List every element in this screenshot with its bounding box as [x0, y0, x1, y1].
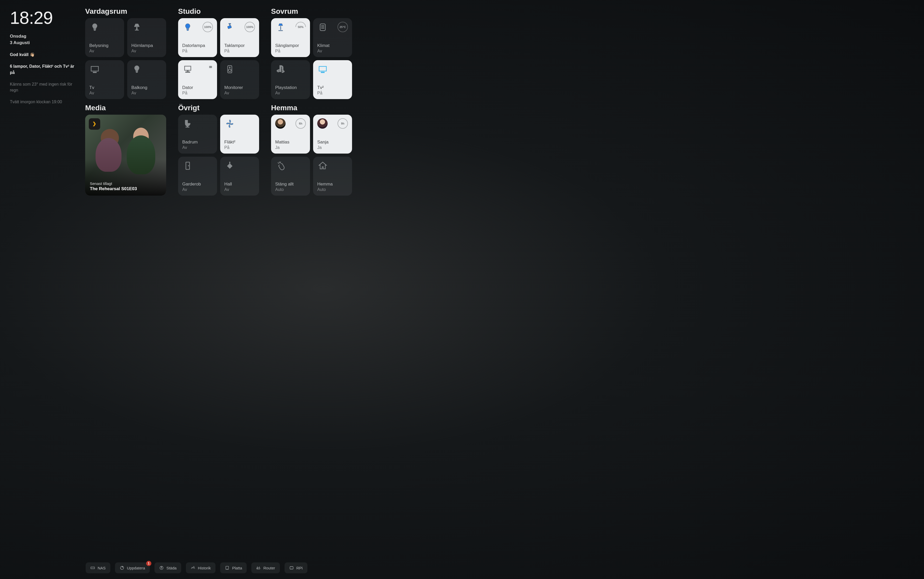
- tile-hemma-auto[interactable]: HemmaAuto: [313, 157, 352, 196]
- tile-dator[interactable]: DatorPå: [178, 60, 217, 99]
- clap-icon: [276, 161, 286, 170]
- section-media: Media Senast tillagt The Rehearsal S01E0…: [85, 104, 166, 196]
- chip-router[interactable]: Router: [251, 563, 280, 573]
- avatar: [317, 118, 328, 129]
- sidebar: 18:29 Onsdag 3 Augusti God kväll 👋🏼 6 la…: [10, 7, 77, 573]
- tile-tv2[interactable]: Tv²På: [313, 60, 352, 99]
- brightness-ring: 50%: [294, 20, 308, 34]
- section-hemma: Hemma 6h MattiasJa 9h: [271, 104, 352, 196]
- tile-tv[interactable]: TvAv: [85, 60, 124, 99]
- section-title: Vardagsrum: [85, 7, 166, 16]
- update-badge: 1: [146, 561, 151, 566]
- tile-flakt2[interactable]: Fläkt²På: [220, 114, 259, 154]
- tile-sanglampor[interactable]: 50% SänglamporPå: [271, 18, 310, 57]
- greeting-line: God kväll 👋🏼: [10, 52, 77, 57]
- section-vardagsrum: Vardagsrum BelysningAv HörnlampaAv Tv: [85, 7, 166, 99]
- brightness-ring: 100%: [245, 22, 255, 32]
- tile-belysning[interactable]: BelysningAv: [85, 18, 124, 57]
- refresh-icon: [120, 566, 124, 570]
- chip-rpi[interactable]: RPi: [284, 563, 307, 573]
- tile-badrum[interactable]: BadrumAv: [178, 114, 217, 154]
- section-sovrum: Sovrum 50% SänglamporPå 2: [271, 7, 352, 99]
- weekday: Onsdag: [10, 33, 77, 40]
- bulb-icon: [90, 23, 99, 32]
- fan-icon: [225, 119, 235, 128]
- tile-person-sanja[interactable]: 9h SanjaJa: [313, 114, 352, 154]
- toilet-icon: [183, 119, 192, 128]
- brightness-ring: 100%: [202, 22, 213, 32]
- computer-icon: [183, 65, 192, 74]
- presence-duration-ring: 9h: [338, 118, 348, 129]
- bulb-icon: [132, 65, 141, 74]
- tile-taklampor[interactable]: 100% TaklamporPå: [220, 18, 259, 57]
- router-icon: [256, 566, 261, 570]
- chip-stada[interactable]: Städa: [154, 563, 181, 573]
- avatar: [275, 118, 286, 129]
- media-card[interactable]: Senast tillagt The Rehearsal S01E03: [85, 114, 166, 196]
- tv-icon: [318, 65, 327, 74]
- tile-hall[interactable]: HallAv: [220, 157, 259, 196]
- bulb-icon: [183, 23, 192, 32]
- house-icon: [318, 161, 327, 170]
- wave-icon: 👋🏼: [30, 52, 35, 57]
- tile-stang-allt[interactable]: Stäng alltAuto: [271, 157, 310, 196]
- bottom-bar: NAS Uppdatera 1 Städa Historik Platta: [85, 563, 915, 573]
- speaker-icon: [225, 65, 235, 74]
- pendant-icon: [225, 161, 235, 170]
- chip-uppdatera[interactable]: Uppdatera 1: [115, 563, 150, 573]
- tile-monitorer[interactable]: MonitorerAv: [220, 60, 259, 99]
- section-title: Hemma: [271, 104, 352, 112]
- clock: 18:29: [10, 9, 77, 26]
- presence-duration-ring: 6h: [295, 118, 306, 129]
- tile-datorlampa[interactable]: 100% DatorlampaPå: [178, 18, 217, 57]
- nas-icon: [90, 566, 95, 570]
- main: Vardagsrum BelysningAv HörnlampaAv Tv: [85, 7, 915, 573]
- lock-icon: [208, 64, 213, 69]
- temperature-ring: 25°C: [338, 22, 348, 32]
- section-title: Studio: [178, 7, 259, 16]
- tile-playstation[interactable]: PlaystationAv: [271, 60, 310, 99]
- section-ovrigt: Övrigt BadrumAv Fläkt²På GarderobAv: [178, 104, 259, 196]
- tile-person-mattias[interactable]: 6h MattiasJa: [271, 114, 310, 154]
- tablet-icon: [225, 566, 230, 570]
- laundry-summary: Tvätt imorgon klockan 19:00: [10, 99, 77, 105]
- tile-klimat[interactable]: 25°C KlimatAv: [313, 18, 352, 57]
- tile-garderob[interactable]: GarderobAv: [178, 157, 217, 196]
- date: 3 Augusti: [10, 40, 77, 46]
- tile-hornlampa[interactable]: HörnlampaAv: [127, 18, 166, 57]
- section-title: Sovrum: [271, 7, 352, 16]
- rpi-icon: [289, 566, 294, 570]
- chip-nas[interactable]: NAS: [86, 563, 110, 573]
- media-title: The Rehearsal S01E03: [90, 186, 161, 191]
- media-subtitle: Senast tillagt: [90, 182, 161, 186]
- devices-on-summary: 6 lampor, Dator, Fläkt² och Tv² är på: [10, 63, 77, 75]
- lampshade-icon: [132, 23, 141, 32]
- chip-historik[interactable]: Historik: [186, 563, 215, 573]
- weather-summary: Känns som 23° med ingen risk för regn: [10, 81, 77, 93]
- door-icon: [183, 161, 192, 170]
- greeting-text: God kväll: [10, 52, 29, 57]
- section-title: Övrigt: [178, 104, 259, 112]
- floorlamp-icon: [276, 23, 286, 32]
- playstation-icon: [276, 65, 286, 74]
- tile-balkong[interactable]: BalkongAv: [127, 60, 166, 99]
- history-icon: [190, 566, 195, 570]
- chip-platta[interactable]: Platta: [220, 563, 247, 573]
- section-title: Media: [85, 104, 166, 112]
- plex-icon: [89, 118, 100, 130]
- vacuum-icon: [159, 566, 164, 570]
- tv-icon: [90, 65, 99, 74]
- spotlight-icon: [225, 23, 235, 32]
- climate-icon: [318, 23, 327, 32]
- section-studio: Studio 100% DatorlampaPå: [178, 7, 259, 99]
